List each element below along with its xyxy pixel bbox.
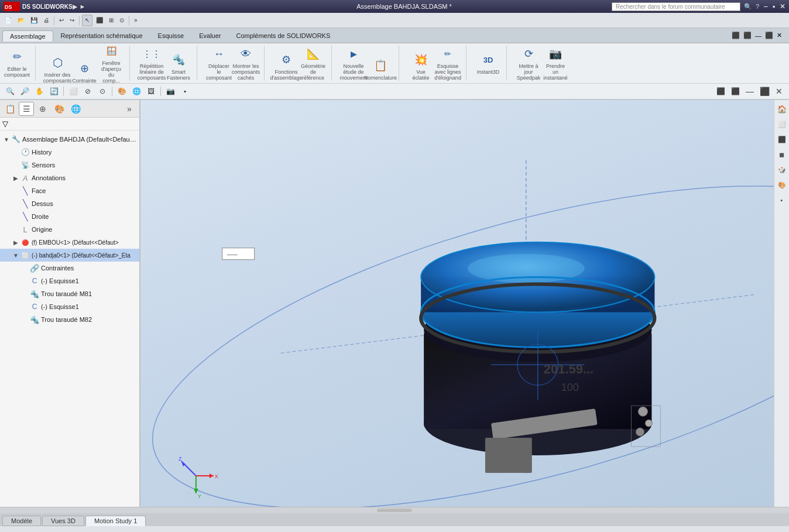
- tool4-btn[interactable]: ⊞: [107, 15, 116, 26]
- bahdja-toggle[interactable]: ▼: [12, 251, 20, 259]
- nouvelle-etude-btn[interactable]: ▶ Nouvelleétude demouvement: [341, 44, 366, 82]
- tree-item-embou[interactable]: ▶ 🔴 (f) EMBOU<1> (Défaut<<Défaut>: [0, 236, 139, 249]
- tree-item-esquisse1b[interactable]: C (-) Esquisse1: [0, 300, 139, 313]
- tool3-btn[interactable]: ⬛: [94, 15, 105, 26]
- tree-item-sensors[interactable]: 📡 Sensors: [0, 159, 139, 171]
- smart-fasteners-btn[interactable]: 🔩 SmartFasteners: [166, 50, 191, 82]
- embou-toggle[interactable]: ▶: [12, 238, 20, 246]
- search-icon[interactable]: 🔍: [744, 3, 752, 11]
- vue-eclatee-btn[interactable]: 💥 Vueéclatée: [409, 50, 433, 82]
- open-btn[interactable]: 📂: [15, 15, 27, 26]
- view-more-btn[interactable]: ▪: [179, 85, 191, 97]
- tab-assemblage[interactable]: Assemblage: [2, 30, 53, 42]
- view-right-btn[interactable]: ◼: [776, 148, 788, 161]
- geometrie-btn[interactable]: 📐 Géométriederéférence: [301, 44, 325, 82]
- view-settings-btn[interactable]: ⊙: [96, 85, 109, 97]
- sidebar-tab-config[interactable]: 🎨: [52, 102, 67, 116]
- view-home-btn[interactable]: 🏠: [776, 102, 788, 115]
- rotate-btn[interactable]: 🔄: [47, 85, 60, 97]
- repetition-btn[interactable]: ⋮⋮ Répétitionlinéaire decomposants: [139, 44, 164, 82]
- scene-btn[interactable]: 🌐: [130, 85, 143, 97]
- redo-btn[interactable]: ↪: [67, 15, 77, 26]
- sidebar-tab-properties[interactable]: ⊕: [35, 102, 50, 116]
- window-view-btn2[interactable]: ⬛: [729, 85, 742, 97]
- view-iso-btn[interactable]: 🎲: [776, 163, 788, 176]
- tree-root[interactable]: ▼ 🔧 Assemblage BAHDJA (Default<Default_D…: [0, 133, 139, 146]
- sidebar-tab-tree[interactable]: ☰: [19, 102, 34, 116]
- tab-esquisse[interactable]: Esquisse: [150, 30, 192, 41]
- fonctions-assemblage-btn[interactable]: ⚙ Fonctionsd'assemblage: [274, 50, 299, 82]
- tree-item-trou-m82[interactable]: 🔩 Trou taraudé M82: [0, 313, 139, 326]
- tree-item-origine[interactable]: L Origine: [0, 223, 139, 236]
- window-controls[interactable]: – ▪ ✕: [764, 2, 785, 11]
- view-edge-btn[interactable]: ▪: [776, 194, 788, 207]
- print-btn[interactable]: 🖨: [41, 15, 52, 26]
- filter-icon[interactable]: ▽: [2, 119, 8, 128]
- tree-item-face[interactable]: ╲ Face: [0, 184, 139, 197]
- minimize-btn[interactable]: –: [764, 2, 768, 11]
- tree-item-esquisse1a[interactable]: C (-) Esquisse1: [0, 274, 139, 287]
- view-colorize-btn[interactable]: 🎨: [776, 179, 788, 191]
- new-btn[interactable]: 📄: [2, 15, 14, 26]
- window-preview-btn[interactable]: 🪟 Fenêtred'aperçudu comp...: [99, 42, 124, 85]
- tree-item-dessus[interactable]: ╲ Dessus: [0, 197, 139, 210]
- camera-view-btn[interactable]: 📷: [164, 85, 177, 97]
- tab-motion-study[interactable]: Motion Study 1: [85, 516, 146, 526]
- close-panel-btn[interactable]: ✕: [773, 85, 785, 97]
- toolbar-quick-icon2[interactable]: ►: [80, 3, 86, 10]
- tool5-btn[interactable]: ⊙: [117, 15, 126, 26]
- search-box[interactable]: Rechercher dans le forum communautaire: [612, 2, 740, 11]
- sidebar-tab-modele[interactable]: 📋: [2, 102, 18, 116]
- save-btn[interactable]: 💾: [28, 15, 40, 26]
- tab-complements[interactable]: Compléments de SOLIDWORKS: [229, 30, 338, 41]
- section-btn[interactable]: ⊘: [81, 85, 94, 97]
- select-btn[interactable]: ↖: [82, 15, 92, 26]
- zoom-area-btn[interactable]: 🔎: [18, 85, 31, 97]
- help-icon[interactable]: ?: [756, 3, 759, 10]
- ribbon-corner-icon5[interactable]: ✕: [777, 32, 782, 39]
- appearance-btn[interactable]: 🖼: [145, 85, 157, 97]
- sidebar-tab-scenes[interactable]: 🌐: [68, 102, 83, 116]
- instant3d-btn[interactable]: 3D Instant3D: [476, 50, 500, 76]
- expand-panel-btn[interactable]: ⬛: [758, 85, 771, 97]
- contrainte-btn[interactable]: ⊕ Contrainte: [72, 59, 97, 85]
- toolbar-quick-icon[interactable]: ▶: [73, 3, 77, 11]
- tab-representation[interactable]: Représentation schématique: [53, 30, 150, 41]
- tab-modele[interactable]: Modèle: [2, 516, 41, 526]
- maximize-btn[interactable]: ▪: [773, 2, 775, 11]
- prendre-instantane-btn[interactable]: 📷 Prendreuninstantané: [543, 44, 568, 82]
- mettre-jour-btn[interactable]: ⟳ Mettre àjourSpeedpak: [516, 44, 541, 82]
- ribbon-corner-icon3[interactable]: —: [755, 32, 761, 39]
- minimize-panel-btn[interactable]: —: [743, 85, 756, 97]
- zoom-fit-btn[interactable]: 🔍: [4, 85, 16, 97]
- tree-item-history[interactable]: 🕐 History: [0, 146, 139, 159]
- view-front-btn[interactable]: ⬜: [776, 118, 788, 131]
- nomenclature-btn[interactable]: 📋 Nomenclature: [368, 56, 393, 82]
- edit-component-btn[interactable]: ✏ Editer lecomposant: [5, 47, 29, 79]
- deplacer-btn[interactable]: ↔ Déplacer lecomposant: [207, 44, 231, 82]
- view-top-btn[interactable]: ⬛: [776, 133, 788, 146]
- insert-components-btn[interactable]: ⬡ Insérer descomposants: [45, 53, 70, 85]
- tab-evaluer[interactable]: Evaluer: [191, 30, 228, 41]
- close-btn[interactable]: ✕: [780, 2, 785, 11]
- annotations-toggle[interactable]: ▶: [12, 174, 20, 182]
- sidebar-expand-btn[interactable]: »: [122, 102, 137, 116]
- tree-item-bahdja[interactable]: ▼ ⬜ (-) bahdja0<1> (Défaut<<Défaut>_Eta: [0, 249, 139, 262]
- view-orient-btn[interactable]: ⬜: [67, 85, 80, 97]
- tab-vues3d[interactable]: Vues 3D: [42, 516, 84, 526]
- montrer-caches-btn[interactable]: 👁 Montrer lescomposantscachés: [234, 44, 258, 82]
- more-btn[interactable]: »: [132, 15, 140, 26]
- display-style-btn[interactable]: 🎨: [115, 85, 128, 97]
- tree-item-contraintes[interactable]: 🔗 Contraintes: [0, 262, 139, 274]
- ribbon-corner-icon1[interactable]: ⬛: [732, 32, 740, 39]
- tree-item-droite[interactable]: ╲ Droite: [0, 210, 139, 223]
- 3d-viewport[interactable]: 201.59... 100 Z X: [140, 100, 789, 507]
- ribbon-corner-icon2[interactable]: ⬛: [743, 32, 752, 39]
- pan-btn[interactable]: ✋: [33, 85, 46, 97]
- undo-btn[interactable]: ↩: [57, 15, 66, 26]
- tree-item-trou-m81[interactable]: 🔩 Trou taraudé M81: [0, 287, 139, 300]
- root-toggle[interactable]: ▼: [2, 135, 11, 143]
- tree-item-annotations[interactable]: ▶ A Annotations: [0, 171, 139, 184]
- window-view-btn1[interactable]: ⬛: [714, 85, 727, 97]
- esquisse-lignes-btn[interactable]: ✏ Esquisseavec lignesd'éloignand: [435, 44, 460, 82]
